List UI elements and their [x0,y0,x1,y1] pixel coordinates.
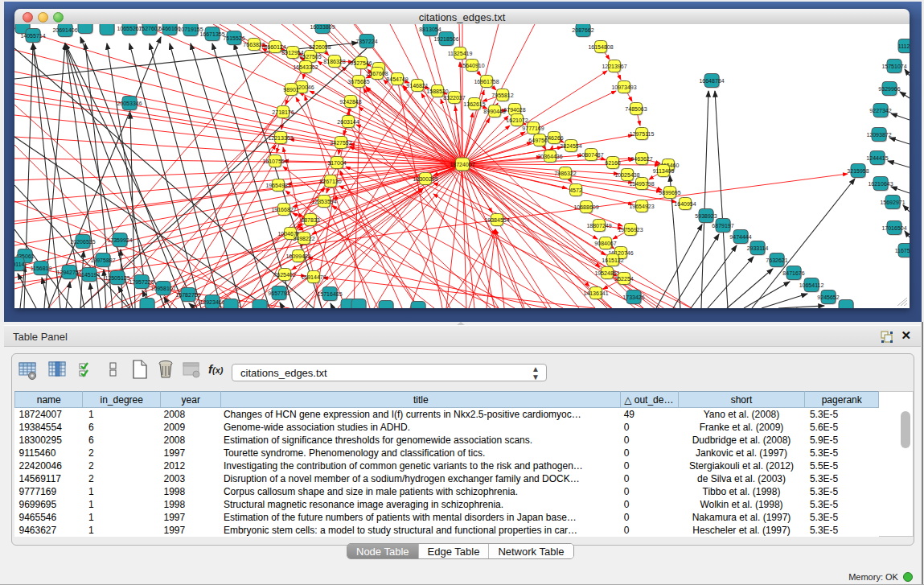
svg-text:8813054: 8813054 [419,27,441,32]
svg-text:3824554: 3824554 [560,143,581,149]
svg-text:9245652: 9245652 [817,295,839,300]
svg-text:10958107: 10958107 [150,286,175,291]
svg-text:7485063: 7485063 [625,106,647,112]
svg-text:7632621: 7632621 [766,257,787,263]
svg-text:4572: 4572 [569,187,582,193]
svg-text:1244415: 1244415 [866,155,888,161]
svg-text:7663822: 7663822 [243,42,265,47]
svg-text:12213967: 12213967 [602,64,626,69]
svg-text:9084067: 9084067 [594,241,616,246]
svg-text:3427552: 3427552 [330,140,351,146]
svg-text:8660124: 8660124 [264,44,285,50]
svg-text:17957225: 17957225 [129,279,154,285]
svg-text:16107554: 16107554 [262,159,287,164]
svg-text:1733426: 1733426 [622,295,644,300]
svg-text:20364436: 20364436 [537,154,562,159]
svg-text:16543362: 16543362 [293,64,318,70]
svg-text:19166827: 19166827 [271,207,296,212]
svg-text:9146821: 9146821 [406,83,428,89]
svg-text:20691406: 20691406 [52,27,77,33]
svg-text:19654983: 19654983 [265,183,290,188]
svg-text:1615132: 1615132 [602,257,623,263]
svg-text:9329966: 9329966 [878,86,900,92]
svg-text:16782759: 16782759 [175,292,200,298]
svg-text:11125: 11125 [898,43,910,49]
svg-text:8990448: 8990448 [483,109,505,114]
svg-text:8471676: 8471676 [782,270,804,276]
svg-text:1167533: 1167533 [895,248,910,253]
svg-text:19756923: 19756923 [618,227,643,233]
svg-text:3675685: 3675685 [347,79,369,84]
svg-text:252254: 252254 [614,276,633,282]
svg-text:6794028: 6794028 [503,107,525,113]
svg-text:20053346: 20053346 [117,101,142,106]
svg-text:16099489: 16099489 [285,253,310,259]
svg-text:3498222: 3498222 [293,236,314,241]
svg-text:19384554: 19384554 [484,217,509,223]
svg-text:2718176: 2718176 [272,109,294,115]
svg-text:15640910: 15640910 [459,63,484,68]
svg-text:16033809: 16033809 [310,24,335,30]
svg-text:9463627: 9463627 [630,156,652,162]
svg-text:7986322: 7986322 [554,171,576,176]
svg-text:9227342: 9227342 [869,108,891,113]
svg-text:2603144: 2603144 [337,119,359,125]
svg-text:17016504: 17016504 [881,225,906,231]
svg-text:10688609: 10688609 [573,204,598,210]
svg-text:18807249: 18807249 [586,223,611,229]
svg-text:2087662: 2087662 [572,27,593,33]
svg-text:12505135: 12505135 [105,275,129,281]
svg-text:39114: 39114 [14,262,25,267]
svg-text:3215958: 3215958 [847,168,869,174]
svg-text:19654923: 19654923 [629,204,654,209]
svg-text:5226058: 5226058 [309,44,331,50]
svg-text:15751074: 15751074 [881,64,906,69]
svg-text:12923466: 12923466 [199,299,224,305]
svg-text:9527546: 9527546 [350,60,372,66]
svg-text:8267130: 8267130 [319,179,341,184]
svg-text:9113405: 9113405 [653,168,675,174]
svg-text:5938923: 5938923 [695,213,717,219]
svg-text:98901: 98901 [283,87,299,93]
svg-text:9242848: 9242848 [339,99,361,105]
svg-text:7357224: 7357224 [355,39,377,44]
svg-text:8454749: 8454749 [386,76,408,82]
svg-text:9777169: 9777169 [522,126,544,131]
svg-text:7515526: 7515526 [223,35,244,41]
svg-text:317004: 317004 [327,160,346,166]
svg-text:11325419: 11325419 [448,51,473,56]
svg-text:6879197: 6879197 [712,223,733,229]
svg-text:1156819: 1156819 [31,266,52,271]
svg-text:9474444: 9474444 [729,234,751,240]
svg-text:1640954: 1640954 [674,201,696,207]
svg-text:9527505: 9527505 [299,54,321,60]
svg-text:18300295: 18300295 [413,176,437,182]
svg-text:7955812: 7955812 [491,93,513,98]
svg-text:1621072: 1621072 [506,117,528,123]
svg-text:18724007: 18724007 [450,162,474,167]
svg-text:9657791: 9657791 [268,290,290,296]
svg-text:20206535: 20206535 [70,239,95,245]
svg-text:19975887: 19975887 [90,257,115,263]
svg-text:16210643: 16210643 [868,181,893,187]
svg-text:16914479: 16914479 [301,274,326,280]
svg-text:10973493: 10973493 [611,84,636,90]
svg-text:16648784: 16648784 [699,78,724,84]
svg-text:1145194: 1145194 [79,272,101,278]
svg-text:19218506: 19218506 [433,36,458,42]
svg-text:746266: 746266 [544,135,563,141]
svg-text:19524851: 19524851 [594,270,619,276]
svg-text:14136141: 14136141 [583,290,608,296]
svg-text:7625402: 7625402 [273,272,295,278]
svg-text:15716485: 15716485 [317,291,342,297]
svg-text:17359924: 17359924 [107,237,132,243]
svg-text:14055714: 14055714 [20,33,45,39]
svg-text:1527602: 1527602 [138,26,160,31]
svg-text:12213363: 12213363 [268,135,293,141]
svg-text:15692971: 15692971 [880,200,905,205]
svg-text:9899695: 9899695 [659,190,680,196]
svg-text:8322037: 8322037 [443,95,465,101]
svg-text:12975115: 12975115 [630,131,655,137]
svg-text:16154808: 16154808 [588,44,613,50]
svg-text:12353594: 12353594 [311,199,336,204]
